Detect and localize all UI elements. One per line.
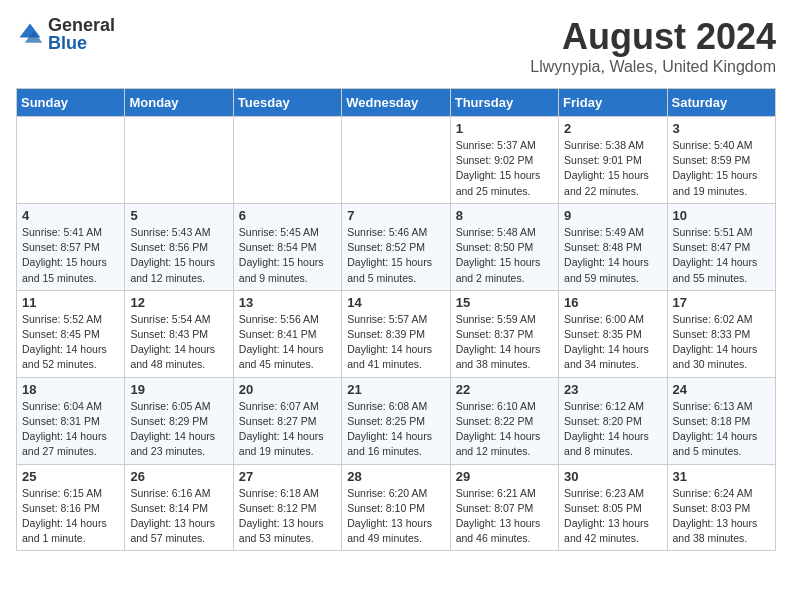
- day-number: 23: [564, 382, 661, 397]
- day-number: 26: [130, 469, 227, 484]
- weekday-header-cell: Friday: [559, 89, 667, 117]
- calendar-cell: 29Sunrise: 6:21 AMSunset: 8:07 PMDayligh…: [450, 464, 558, 551]
- day-info: Sunrise: 6:21 AMSunset: 8:07 PMDaylight:…: [456, 486, 553, 547]
- title-area: August 2024 Llwynypia, Wales, United Kin…: [530, 16, 776, 76]
- day-info: Sunrise: 5:49 AMSunset: 8:48 PMDaylight:…: [564, 225, 661, 286]
- weekday-header-cell: Wednesday: [342, 89, 450, 117]
- day-number: 2: [564, 121, 661, 136]
- day-number: 6: [239, 208, 336, 223]
- calendar-cell: 8Sunrise: 5:48 AMSunset: 8:50 PMDaylight…: [450, 203, 558, 290]
- calendar-cell: 11Sunrise: 5:52 AMSunset: 8:45 PMDayligh…: [17, 290, 125, 377]
- calendar-cell: 13Sunrise: 5:56 AMSunset: 8:41 PMDayligh…: [233, 290, 341, 377]
- day-number: 10: [673, 208, 770, 223]
- day-info: Sunrise: 5:56 AMSunset: 8:41 PMDaylight:…: [239, 312, 336, 373]
- day-info: Sunrise: 5:45 AMSunset: 8:54 PMDaylight:…: [239, 225, 336, 286]
- month-title: August 2024: [530, 16, 776, 58]
- day-info: Sunrise: 6:20 AMSunset: 8:10 PMDaylight:…: [347, 486, 444, 547]
- day-number: 25: [22, 469, 119, 484]
- calendar-cell: 14Sunrise: 5:57 AMSunset: 8:39 PMDayligh…: [342, 290, 450, 377]
- weekday-header-cell: Thursday: [450, 89, 558, 117]
- day-info: Sunrise: 5:46 AMSunset: 8:52 PMDaylight:…: [347, 225, 444, 286]
- day-info: Sunrise: 5:57 AMSunset: 8:39 PMDaylight:…: [347, 312, 444, 373]
- day-info: Sunrise: 5:51 AMSunset: 8:47 PMDaylight:…: [673, 225, 770, 286]
- day-number: 9: [564, 208, 661, 223]
- day-info: Sunrise: 5:41 AMSunset: 8:57 PMDaylight:…: [22, 225, 119, 286]
- calendar-cell: 4Sunrise: 5:41 AMSunset: 8:57 PMDaylight…: [17, 203, 125, 290]
- calendar-cell: 12Sunrise: 5:54 AMSunset: 8:43 PMDayligh…: [125, 290, 233, 377]
- day-info: Sunrise: 6:05 AMSunset: 8:29 PMDaylight:…: [130, 399, 227, 460]
- calendar-cell: 31Sunrise: 6:24 AMSunset: 8:03 PMDayligh…: [667, 464, 775, 551]
- calendar-cell: [17, 117, 125, 204]
- calendar-cell: 23Sunrise: 6:12 AMSunset: 8:20 PMDayligh…: [559, 377, 667, 464]
- day-info: Sunrise: 5:48 AMSunset: 8:50 PMDaylight:…: [456, 225, 553, 286]
- calendar-cell: 7Sunrise: 5:46 AMSunset: 8:52 PMDaylight…: [342, 203, 450, 290]
- calendar-cell: 19Sunrise: 6:05 AMSunset: 8:29 PMDayligh…: [125, 377, 233, 464]
- day-number: 15: [456, 295, 553, 310]
- calendar-cell: 10Sunrise: 5:51 AMSunset: 8:47 PMDayligh…: [667, 203, 775, 290]
- logo-text-general: General: [48, 16, 115, 34]
- calendar-week-row: 25Sunrise: 6:15 AMSunset: 8:16 PMDayligh…: [17, 464, 776, 551]
- day-info: Sunrise: 5:37 AMSunset: 9:02 PMDaylight:…: [456, 138, 553, 199]
- logo-icon: [16, 20, 44, 48]
- logo-text-blue: Blue: [48, 34, 115, 52]
- calendar-cell: 5Sunrise: 5:43 AMSunset: 8:56 PMDaylight…: [125, 203, 233, 290]
- calendar-cell: 20Sunrise: 6:07 AMSunset: 8:27 PMDayligh…: [233, 377, 341, 464]
- day-info: Sunrise: 5:38 AMSunset: 9:01 PMDaylight:…: [564, 138, 661, 199]
- day-number: 29: [456, 469, 553, 484]
- calendar-cell: 24Sunrise: 6:13 AMSunset: 8:18 PMDayligh…: [667, 377, 775, 464]
- calendar-cell: 21Sunrise: 6:08 AMSunset: 8:25 PMDayligh…: [342, 377, 450, 464]
- logo: General Blue: [16, 16, 115, 52]
- day-number: 1: [456, 121, 553, 136]
- day-info: Sunrise: 6:08 AMSunset: 8:25 PMDaylight:…: [347, 399, 444, 460]
- header-area: General Blue August 2024 Llwynypia, Wale…: [16, 16, 776, 76]
- day-number: 18: [22, 382, 119, 397]
- day-info: Sunrise: 6:13 AMSunset: 8:18 PMDaylight:…: [673, 399, 770, 460]
- day-number: 14: [347, 295, 444, 310]
- day-info: Sunrise: 6:10 AMSunset: 8:22 PMDaylight:…: [456, 399, 553, 460]
- calendar-cell: 15Sunrise: 5:59 AMSunset: 8:37 PMDayligh…: [450, 290, 558, 377]
- day-number: 31: [673, 469, 770, 484]
- day-number: 12: [130, 295, 227, 310]
- calendar-cell: 6Sunrise: 5:45 AMSunset: 8:54 PMDaylight…: [233, 203, 341, 290]
- day-info: Sunrise: 5:59 AMSunset: 8:37 PMDaylight:…: [456, 312, 553, 373]
- day-number: 28: [347, 469, 444, 484]
- day-number: 19: [130, 382, 227, 397]
- calendar-body: 1Sunrise: 5:37 AMSunset: 9:02 PMDaylight…: [17, 117, 776, 551]
- calendar-week-row: 11Sunrise: 5:52 AMSunset: 8:45 PMDayligh…: [17, 290, 776, 377]
- calendar-cell: [342, 117, 450, 204]
- day-number: 24: [673, 382, 770, 397]
- calendar-cell: 3Sunrise: 5:40 AMSunset: 8:59 PMDaylight…: [667, 117, 775, 204]
- calendar: SundayMondayTuesdayWednesdayThursdayFrid…: [16, 88, 776, 551]
- day-info: Sunrise: 6:15 AMSunset: 8:16 PMDaylight:…: [22, 486, 119, 547]
- day-info: Sunrise: 6:23 AMSunset: 8:05 PMDaylight:…: [564, 486, 661, 547]
- calendar-cell: 16Sunrise: 6:00 AMSunset: 8:35 PMDayligh…: [559, 290, 667, 377]
- calendar-cell: 30Sunrise: 6:23 AMSunset: 8:05 PMDayligh…: [559, 464, 667, 551]
- day-info: Sunrise: 5:52 AMSunset: 8:45 PMDaylight:…: [22, 312, 119, 373]
- day-number: 11: [22, 295, 119, 310]
- day-info: Sunrise: 5:43 AMSunset: 8:56 PMDaylight:…: [130, 225, 227, 286]
- day-number: 16: [564, 295, 661, 310]
- calendar-week-row: 18Sunrise: 6:04 AMSunset: 8:31 PMDayligh…: [17, 377, 776, 464]
- weekday-header-cell: Tuesday: [233, 89, 341, 117]
- day-info: Sunrise: 6:00 AMSunset: 8:35 PMDaylight:…: [564, 312, 661, 373]
- calendar-cell: 2Sunrise: 5:38 AMSunset: 9:01 PMDaylight…: [559, 117, 667, 204]
- day-info: Sunrise: 5:40 AMSunset: 8:59 PMDaylight:…: [673, 138, 770, 199]
- day-number: 8: [456, 208, 553, 223]
- day-number: 3: [673, 121, 770, 136]
- weekday-header-cell: Monday: [125, 89, 233, 117]
- day-number: 30: [564, 469, 661, 484]
- day-number: 7: [347, 208, 444, 223]
- day-info: Sunrise: 6:24 AMSunset: 8:03 PMDaylight:…: [673, 486, 770, 547]
- weekday-header-cell: Saturday: [667, 89, 775, 117]
- day-number: 17: [673, 295, 770, 310]
- calendar-cell: 25Sunrise: 6:15 AMSunset: 8:16 PMDayligh…: [17, 464, 125, 551]
- calendar-cell: [233, 117, 341, 204]
- day-number: 27: [239, 469, 336, 484]
- calendar-week-row: 4Sunrise: 5:41 AMSunset: 8:57 PMDaylight…: [17, 203, 776, 290]
- calendar-cell: [125, 117, 233, 204]
- calendar-cell: 18Sunrise: 6:04 AMSunset: 8:31 PMDayligh…: [17, 377, 125, 464]
- day-number: 20: [239, 382, 336, 397]
- day-number: 21: [347, 382, 444, 397]
- day-info: Sunrise: 6:07 AMSunset: 8:27 PMDaylight:…: [239, 399, 336, 460]
- day-number: 22: [456, 382, 553, 397]
